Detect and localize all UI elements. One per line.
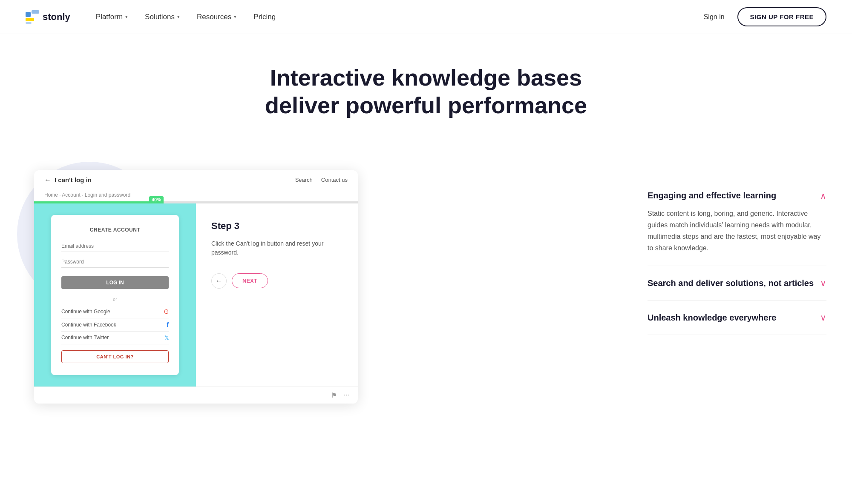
nav-resources[interactable]: Resources ▾ [197, 13, 236, 21]
svg-rect-3 [26, 22, 32, 24]
sign-in-link[interactable]: Sign in [704, 13, 725, 21]
hero-section: Interactive knowledge bases deliver powe… [0, 34, 852, 136]
progress-bar-container: 40% [34, 201, 358, 203]
feature-unleash-header[interactable]: Unleash knowledge everywhere ∨ [648, 312, 826, 323]
demo-contact-label[interactable]: Contact us [321, 177, 348, 183]
demo-search-label[interactable]: Search [295, 177, 313, 183]
nav-right: Sign in SIGN UP FOR FREE [704, 7, 826, 26]
demo-topbar-left: ← I can't log in [44, 176, 92, 184]
cant-login-button[interactable]: CAN'T LOG IN? [61, 350, 169, 363]
step-nav: ← NEXT [211, 273, 343, 289]
nav-pricing-label: Pricing [253, 13, 276, 21]
nav-links: Platform ▾ Solutions ▾ Resources ▾ Prici… [96, 13, 704, 21]
login-card: CREATE ACCOUNT LOG IN or Continue with G… [51, 215, 179, 375]
svg-rect-1 [32, 10, 39, 14]
google-social-label: Continue with Google [61, 309, 110, 315]
email-field[interactable] [61, 241, 169, 252]
demo-back-arrow-icon[interactable]: ← [44, 176, 51, 184]
main-content: ← I can't log in Search Contact us Home … [0, 136, 852, 429]
demo-left-panel: CREATE ACCOUNT LOG IN or Continue with G… [34, 203, 196, 387]
step-desc: Click the Can't log in button and reset … [211, 239, 343, 257]
progress-bar-fill: 40% [34, 201, 164, 203]
demo-topbar: ← I can't log in Search Contact us [34, 170, 358, 190]
twitter-social-label: Continue with Twitter [61, 335, 109, 341]
feature-unleash-chevron-icon: ∨ [820, 312, 826, 323]
progress-badge: 40% [149, 196, 164, 203]
step-back-button[interactable]: ← [211, 273, 227, 289]
hero-title: Interactive knowledge bases deliver powe… [234, 64, 618, 119]
google-icon: G [164, 308, 169, 315]
sign-up-button[interactable]: SIGN UP FOR FREE [737, 7, 826, 26]
features-section: Engaging and effective learning ∧ Static… [648, 145, 826, 335]
facebook-icon: f [167, 321, 169, 328]
flag-icon[interactable]: ⚑ [331, 391, 337, 399]
feature-unleash: Unleash knowledge everywhere ∨ [648, 301, 826, 335]
platform-chevron-icon: ▾ [125, 14, 128, 20]
demo-section: ← I can't log in Search Contact us Home … [26, 145, 613, 404]
feature-engaging-desc: Static content is long, boring, and gene… [648, 208, 826, 254]
logo[interactable]: stonly [26, 10, 70, 24]
feature-engaging-header[interactable]: Engaging and effective learning ∧ [648, 191, 826, 201]
demo-breadcrumb: Home · Account · Login and password [34, 190, 358, 201]
demo-right-panel: Step 3 Click the Can't log in button and… [196, 203, 358, 387]
twitter-social-btn[interactable]: Continue with Twitter 𝕏 [61, 332, 169, 344]
facebook-social-btn[interactable]: Continue with Facebook f [61, 318, 169, 332]
demo-bottombar: ⚑ ··· [34, 387, 358, 404]
svg-rect-0 [26, 12, 31, 17]
feature-unleash-title: Unleash knowledge everywhere [648, 313, 820, 323]
step-label: Step 3 [211, 220, 343, 232]
nav-platform[interactable]: Platform ▾ [96, 13, 128, 21]
demo-card: ← I can't log in Search Contact us Home … [34, 170, 358, 404]
twitter-icon: 𝕏 [164, 335, 169, 341]
login-card-title: CREATE ACCOUNT [61, 227, 169, 233]
feature-search-header[interactable]: Search and deliver solutions, not articl… [648, 278, 826, 288]
solutions-chevron-icon: ▾ [177, 14, 180, 20]
google-social-btn[interactable]: Continue with Google G [61, 305, 169, 318]
navbar: stonly Platform ▾ Solutions ▾ Resources … [0, 0, 852, 34]
feature-engaging-chevron-icon: ∧ [820, 191, 826, 201]
feature-engaging-title: Engaging and effective learning [648, 191, 820, 200]
facebook-social-label: Continue with Facebook [61, 322, 116, 328]
feature-engaging: Engaging and effective learning ∧ Static… [648, 179, 826, 266]
more-options-icon[interactable]: ··· [344, 391, 349, 399]
logo-icon [26, 10, 39, 24]
nav-resources-label: Resources [197, 13, 231, 21]
login-or: or [61, 297, 169, 302]
login-button[interactable]: LOG IN [61, 276, 169, 289]
feature-search: Search and deliver solutions, not articl… [648, 266, 826, 301]
feature-search-title: Search and deliver solutions, not articl… [648, 278, 820, 288]
feature-search-chevron-icon: ∨ [820, 278, 826, 288]
nav-solutions-label: Solutions [145, 13, 175, 21]
demo-topbar-right: Search Contact us [295, 177, 348, 183]
resources-chevron-icon: ▾ [234, 14, 236, 20]
nav-platform-label: Platform [96, 13, 123, 21]
demo-topbar-title: I can't log in [55, 176, 92, 183]
nav-solutions[interactable]: Solutions ▾ [145, 13, 180, 21]
nav-pricing[interactable]: Pricing [253, 13, 276, 21]
logo-text: stonly [43, 11, 70, 23]
step-next-button[interactable]: NEXT [232, 273, 268, 288]
password-field[interactable] [61, 256, 169, 268]
svg-rect-2 [26, 18, 34, 21]
demo-body: CREATE ACCOUNT LOG IN or Continue with G… [34, 203, 358, 387]
